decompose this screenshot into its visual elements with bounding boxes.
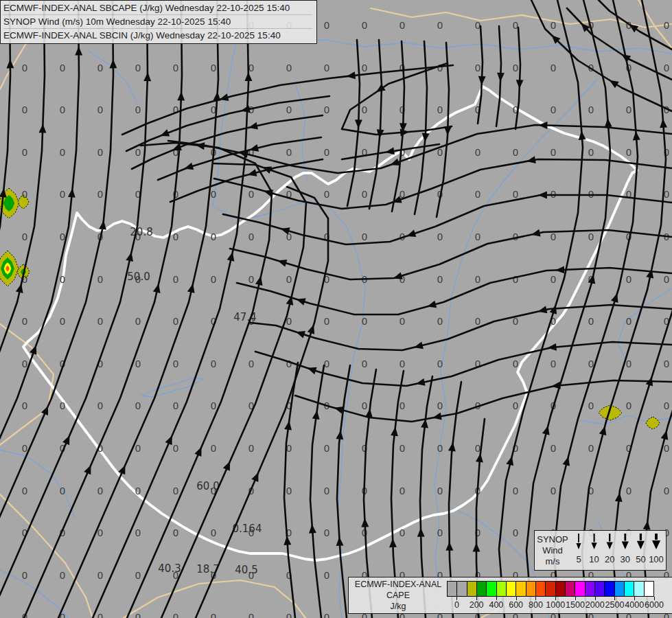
station-value-zero: 0 [135, 400, 141, 411]
station-value-zero: 0 [324, 62, 330, 73]
station-value-zero: 0 [362, 316, 368, 327]
station-value-zero: 0 [399, 316, 406, 327]
station-value-zero: 0 [60, 570, 66, 581]
title-sbcin: ECMWF-INDEX-ANAL SBCIN (J/kg) Wednesday … [3, 28, 312, 42]
station-value-zero: 0 [173, 274, 179, 285]
station-value-zero: 0 [173, 231, 179, 242]
synop-legend-title-line2: Wind [535, 545, 570, 556]
station-value-zero: 0 [173, 316, 179, 327]
station-value-zero: 0 [551, 147, 557, 158]
station-value-zero: 0 [60, 189, 66, 200]
cape-swatch [634, 582, 644, 596]
weather-map-screenshot: 0000000000000000000000000000000000000000… [0, 0, 672, 618]
station-value-zero: 0 [135, 612, 141, 618]
cape-swatch [605, 582, 614, 596]
station-value-zero: 0 [211, 612, 217, 618]
map-value-label: 40.5 [235, 564, 257, 576]
cape-legend-title-line2: CAPE [351, 590, 445, 601]
station-value-zero: 0 [626, 104, 632, 115]
station-value-zero: 0 [22, 570, 28, 581]
station-value-zero: 0 [286, 274, 292, 285]
station-value-zero: 0 [135, 358, 141, 369]
station-value-zero: 0 [588, 104, 594, 115]
station-value-zero: 0 [399, 485, 406, 496]
station-value-zero: 0 [22, 231, 28, 242]
station-value-zero: 0 [324, 104, 330, 115]
cape-swatch [615, 582, 625, 596]
station-value-zero: 0 [97, 485, 104, 496]
station-value-zero: 0 [286, 147, 292, 158]
station-value-zero: 0 [324, 316, 330, 327]
station-value-zero: 0 [286, 62, 292, 73]
station-value-zero: 0 [97, 274, 104, 285]
cape-swatch [487, 582, 496, 596]
title-sbcape: ECMWF-INDEX-ANAL SBCAPE (J/kg) Wednesday… [3, 1, 312, 14]
station-value-zero: 0 [437, 274, 443, 285]
station-value-zero: 0 [22, 485, 28, 496]
cape-legend-title-line3: J/kg [351, 601, 445, 612]
station-value-zero: 0 [60, 147, 66, 158]
cape-swatch [645, 582, 653, 596]
station-value-zero: 0 [135, 527, 141, 538]
station-value-zero: 0 [399, 400, 406, 411]
map-value-label: 20.8 [130, 226, 152, 238]
cape-swatch [516, 582, 526, 596]
station-value-zero: 0 [135, 316, 141, 327]
station-value-zero: 0 [362, 189, 368, 200]
station-value-zero: 0 [551, 20, 557, 31]
wind-arrow-head [576, 543, 581, 549]
station-value-zero: 0 [22, 62, 28, 73]
station-value-zero: 0 [22, 147, 28, 158]
station-value-zero: 0 [626, 358, 632, 369]
station-value-zero: 0 [286, 612, 292, 618]
station-value-zero: 0 [399, 443, 406, 454]
cape-swatch [477, 582, 487, 596]
station-value-zero: 0 [551, 358, 557, 369]
station-value-zero: 0 [362, 358, 368, 369]
station-value-zero: 0 [97, 189, 104, 200]
cape-legend-title: ECMWF-INDEX-ANAL CAPE J/kg [351, 579, 445, 612]
station-value-zero: 0 [97, 316, 104, 327]
station-value-zero: 0 [475, 189, 481, 200]
cape-swatch [448, 582, 457, 596]
station-value-zero: 0 [173, 485, 179, 496]
station-value-zero: 0 [399, 358, 406, 369]
station-value-zero: 0 [286, 104, 292, 115]
cape-swatch [575, 582, 585, 596]
station-value-zero: 0 [437, 485, 443, 496]
station-value-zero: 0 [97, 612, 104, 618]
cape-swatch [556, 582, 566, 596]
station-value-zero: 0 [286, 485, 292, 496]
station-value-zero: 0 [362, 20, 368, 31]
station-value-zero: 0 [664, 485, 670, 496]
station-value-zero: 0 [626, 147, 632, 158]
station-value-zero: 0 [286, 358, 292, 369]
station-value-zero: 0 [324, 147, 330, 158]
station-value-zero: 0 [664, 274, 670, 285]
station-value-zero: 0 [211, 274, 217, 285]
cape-swatch [546, 582, 555, 596]
station-value-zero: 0 [211, 358, 217, 369]
station-value-zero: 0 [437, 527, 443, 538]
synop-wind-legend: SYNOP Wind m/s 510203050100 [534, 530, 667, 571]
station-value-zero: 0 [513, 400, 519, 411]
cape-swatch [625, 582, 634, 596]
station-value-zero: 0 [22, 400, 28, 411]
station-value-zero: 0 [437, 20, 443, 31]
station-value-zero: 0 [22, 443, 28, 454]
station-value-zero: 0 [437, 358, 443, 369]
station-value-zero: 0 [437, 443, 443, 454]
station-value-zero: 0 [60, 104, 66, 115]
station-value-zero: 0 [551, 104, 557, 115]
station-value-zero: 0 [588, 147, 594, 158]
station-value-zero: 0 [513, 485, 519, 496]
cape-legend-title-line1: ECMWF-INDEX-ANAL [351, 579, 445, 590]
synop-legend-title-line1: SYNOP [535, 534, 570, 545]
station-value-zero: 0 [324, 358, 330, 369]
wind-speed-label: 5 [576, 554, 581, 564]
station-value-zero: 0 [211, 189, 217, 200]
station-value-zero: 0 [437, 316, 443, 327]
station-value-zero: 0 [324, 612, 330, 618]
wind-arrow-head [607, 542, 613, 549]
station-value-zero: 0 [97, 62, 104, 73]
